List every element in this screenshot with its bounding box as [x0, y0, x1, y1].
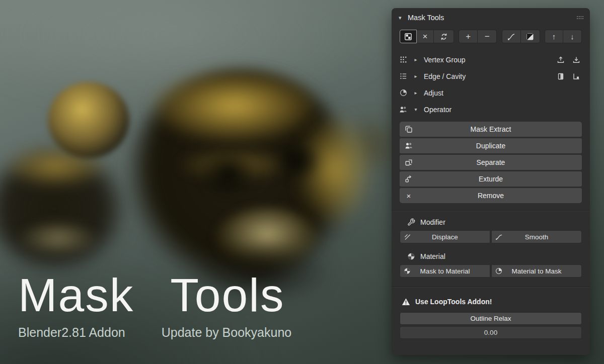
section-list: ▸ Vertex Group [392, 51, 590, 118]
refresh-mask-button[interactable] [434, 30, 454, 43]
mask-to-material-button[interactable]: Mask to Material [400, 264, 490, 278]
outline-relax-label: Outline Relax [470, 315, 511, 322]
adjust-pie-icon [399, 88, 408, 98]
plus-icon: + [466, 32, 471, 41]
extrude-icon [404, 174, 413, 184]
falloff-curve-icon [507, 33, 515, 41]
mask-toolbar: × + − [392, 27, 590, 43]
arrow-down-icon: ↓ [570, 33, 574, 40]
section-label: Edge / Cavity [424, 72, 466, 80]
hero-subtitle-version: Blender2.81 Addon [18, 325, 125, 340]
contrast-icon [526, 33, 534, 41]
op-label: Separate [477, 158, 505, 166]
collapse-caret-icon[interactable]: ▾ [412, 107, 419, 112]
invert-mask-button[interactable] [521, 30, 540, 43]
remove-button[interactable]: × Remove [400, 188, 582, 203]
main-skull-eye-socket-right [274, 141, 321, 181]
outline-relax-value: 0.00 [484, 329, 497, 336]
material-buttons: Mask to Material Material to Mask [400, 264, 582, 278]
mask-to-material-label: Mask to Material [420, 267, 470, 275]
panel-header[interactable]: ▾ Mask Tools [392, 8, 590, 27]
mask-texture-button[interactable] [400, 30, 417, 43]
warning-text: Use LoopTools Addon! [415, 298, 492, 306]
operator-buttons: Mask Extract Duplicate Sepa [400, 122, 582, 203]
grow-mask-button[interactable]: ↑ [545, 30, 563, 43]
expand-caret-icon[interactable]: ▸ [412, 90, 419, 96]
panel-collapse-caret-icon[interactable]: ▾ [399, 15, 407, 21]
mask-sphere-icon [495, 267, 503, 275]
mask-tools-panel: ▾ Mask Tools × [392, 8, 590, 355]
mask-extract-button[interactable]: Mask Extract [400, 122, 582, 137]
op-label: Duplicate [476, 142, 505, 150]
mask-increase-button[interactable]: + [459, 30, 478, 43]
export-vertex-group-icon[interactable] [556, 55, 565, 64]
main-skull-eye-socket-left [200, 150, 257, 196]
outline-relax-value-slider[interactable]: 0.00 [400, 326, 582, 339]
section-vertex-group[interactable]: ▸ Vertex Group [392, 51, 590, 68]
modifier-buttons: Displace Smooth [400, 230, 582, 243]
refresh-icon [440, 33, 448, 41]
op-label: Exturde [479, 175, 503, 183]
vertex-group-icon [399, 55, 408, 64]
wrench-icon [407, 218, 415, 227]
modifier-header: Modifier [392, 216, 590, 229]
op-label: Mask Extract [471, 125, 511, 133]
material-label: Material [420, 252, 445, 260]
extract-copy-icon [404, 125, 413, 134]
extrude-button[interactable]: Exturde [400, 171, 582, 187]
displace-label: Displace [432, 233, 458, 241]
hero-text: Mask Tools Blender2.81 Addon Update by B… [18, 271, 291, 340]
hero-subtitle-credit: Update by Bookyakuno [162, 325, 292, 340]
modifier-label: Modifier [420, 218, 445, 226]
shrink-mask-button[interactable]: ↓ [563, 30, 582, 43]
material-sphere-icon [403, 267, 411, 275]
close-icon: × [404, 191, 413, 200]
pages-icon[interactable] [556, 72, 565, 81]
ramp-graph-icon[interactable] [572, 72, 581, 81]
clear-mask-button[interactable]: × [417, 30, 434, 43]
section-label: Vertex Group [424, 56, 466, 64]
divider [392, 210, 590, 211]
op-label: Remove [478, 192, 504, 200]
main-skull-crown-highlight [151, 69, 317, 142]
expand-caret-icon[interactable]: ▸ [412, 73, 419, 79]
material-sphere-icon [407, 252, 415, 261]
users-icon [399, 105, 408, 114]
arrow-up-icon: ↑ [552, 33, 556, 40]
hero-title: Mask Tools [18, 271, 291, 319]
mask-texture-icon [404, 33, 412, 41]
mask-decrease-button[interactable]: − [478, 30, 497, 43]
smooth-label: Smooth [525, 233, 549, 241]
section-label: Operator [424, 106, 451, 114]
displace-icon [403, 233, 411, 241]
import-vertex-group-icon[interactable] [572, 55, 581, 64]
material-header: Material [392, 250, 590, 263]
smooth-curve-icon [495, 233, 503, 241]
section-label: Adjust [424, 89, 443, 97]
small-gold-skull [48, 82, 129, 158]
duplicate-button[interactable]: Duplicate [400, 138, 582, 153]
section-operator[interactable]: ▾ Operator [392, 101, 590, 118]
separate-button[interactable]: Separate [400, 155, 582, 170]
close-icon: × [423, 32, 428, 41]
displace-button[interactable]: Displace [400, 230, 490, 243]
smooth-button[interactable]: Smooth [491, 230, 582, 243]
mask-falloff-button[interactable] [502, 30, 521, 43]
section-edge-cavity[interactable]: ▸ Edge / Cavity [392, 68, 590, 84]
minus-icon: − [485, 32, 490, 41]
outline-relax-button[interactable]: Outline Relax [400, 312, 582, 325]
edge-cavity-list-icon [399, 72, 408, 81]
panel-grip-icon[interactable] [576, 16, 584, 20]
looptools-warning: Use LoopTools Addon! [392, 296, 590, 308]
warning-icon [402, 298, 410, 306]
divider [392, 287, 590, 288]
expand-caret-icon[interactable]: ▸ [412, 57, 419, 62]
material-to-mask-button[interactable]: Material to Mask [491, 264, 582, 278]
duplicate-users-icon [404, 141, 413, 150]
panel-title: Mask Tools [408, 14, 576, 22]
separate-mesh-icon [404, 158, 413, 167]
section-adjust[interactable]: ▸ Adjust [392, 84, 590, 101]
material-to-mask-label: Material to Mask [511, 267, 561, 275]
